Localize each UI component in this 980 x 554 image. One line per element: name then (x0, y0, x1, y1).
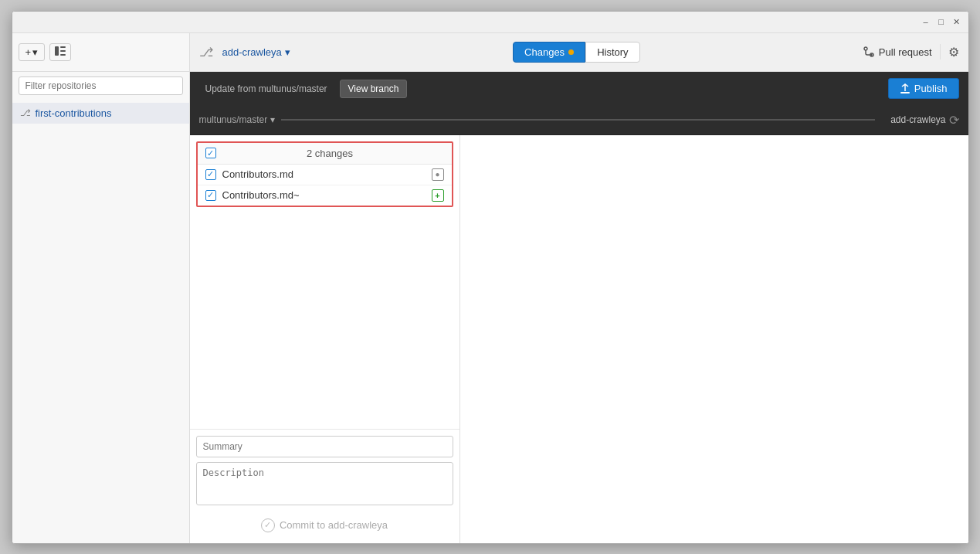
changes-header: ✓ 2 changes (198, 143, 452, 165)
filter-box (12, 72, 189, 100)
content-area: ✓ 2 changes ✓ Contributors.md ● (190, 135, 968, 543)
svg-rect-1 (60, 46, 66, 48)
sidebar: + ▾ ⎇ first-contributio (12, 33, 190, 543)
history-tab-button[interactable]: History (585, 42, 639, 63)
repo-item[interactable]: ⎇ first-contributions (12, 103, 189, 124)
branch-selector[interactable]: add-crawleya ▾ (222, 46, 290, 58)
add-dropdown-arrow: ▾ (32, 46, 38, 58)
publish-label: Publish (914, 83, 948, 94)
window-controls: – □ ✕ (921, 16, 962, 27)
file-status-added-icon: + (432, 189, 444, 202)
nav-center: Changes History (300, 42, 853, 63)
branch-line (281, 119, 875, 121)
file-row: ✓ Contributors.md~ + (198, 185, 452, 206)
view-branch-button[interactable]: View branch (340, 80, 408, 98)
file-name-1: Contributors.md (222, 168, 426, 180)
changes-list-container: ✓ 2 changes ✓ Contributors.md ● (196, 141, 453, 207)
pull-request-label: Pull request (879, 46, 932, 58)
branch-end-icon: ⟳ (949, 113, 959, 127)
file-checkmark-1: ✓ (207, 169, 214, 179)
top-nav: ⎇ add-crawleya ▾ Changes History (190, 33, 968, 72)
select-all-checkbox[interactable]: ✓ (205, 148, 216, 158)
filter-repositories-input[interactable] (19, 76, 183, 95)
changes-dot (568, 49, 574, 55)
file-checkmark-2: ✓ (207, 190, 214, 200)
changes-label: Changes (524, 46, 565, 58)
spacer (190, 213, 459, 429)
nav-right: Pull request ⚙ (863, 44, 959, 59)
sidebar-toolbar: + ▾ (12, 33, 189, 72)
repo-icon: ⎇ (20, 107, 31, 118)
branch-toolbar-right: Publish (888, 78, 959, 99)
commit-description-input[interactable] (196, 462, 453, 505)
changes-count: 2 changes (216, 148, 444, 159)
settings-button[interactable]: ⚙ (948, 45, 959, 59)
branch-graph: multunus/master ▾ add-crawleya ⟳ (190, 106, 968, 135)
svg-point-4 (864, 47, 867, 50)
file-checkbox-1[interactable]: ✓ (205, 169, 216, 180)
repo-list: ⎇ first-contributions (12, 100, 189, 127)
file-status-modified-icon: ● (432, 168, 444, 181)
app-window: – □ ✕ + ▾ (12, 11, 969, 544)
main-content: ⎇ add-crawleya ▾ Changes History (190, 33, 968, 543)
modified-dot: ● (435, 170, 439, 178)
changes-panel: ✓ 2 changes ✓ Contributors.md ● (190, 135, 460, 543)
svg-rect-2 (60, 50, 66, 52)
publish-button[interactable]: Publish (888, 78, 959, 99)
commit-button[interactable]: ✓ Commit to add-crawleya (196, 514, 453, 537)
commit-summary-input[interactable] (196, 436, 453, 457)
branch-toolbar: Update from multunus/master View branch … (190, 72, 968, 106)
svg-rect-6 (900, 92, 910, 93)
close-button[interactable]: ✕ (951, 16, 962, 27)
file-name-2: Contributors.md~ (222, 189, 426, 201)
add-repo-button[interactable]: + ▾ (19, 43, 46, 61)
commit-area: ✓ Commit to add-crawleya (190, 429, 459, 543)
nav-divider (940, 44, 941, 59)
svg-rect-3 (60, 54, 66, 56)
branch-dropdown-arrow: ▾ (285, 46, 290, 58)
branch-icon: ⎇ (199, 45, 213, 59)
master-branch-label: multunus/master ▾ (199, 114, 276, 125)
file-checkbox-2[interactable]: ✓ (205, 190, 216, 201)
repo-name: first-contributions (36, 107, 112, 119)
commit-circle-icon: ✓ (261, 518, 275, 532)
svg-rect-0 (55, 46, 59, 56)
current-branch-label: add-crawleya (890, 114, 945, 125)
title-bar: – □ ✕ (12, 12, 968, 33)
maximize-button[interactable]: □ (936, 16, 947, 27)
app-body: + ▾ ⎇ first-contributio (12, 33, 968, 543)
changes-tab-button[interactable]: Changes (513, 42, 585, 63)
plus-icon: + (25, 46, 32, 58)
minimize-button[interactable]: – (921, 16, 931, 27)
panel-toggle-button[interactable] (49, 43, 71, 61)
update-from-master-button[interactable]: Update from multunus/master (199, 80, 334, 97)
checkmark-icon: ✓ (207, 148, 214, 158)
added-plus: + (435, 191, 439, 200)
branch-name: add-crawleya (222, 46, 282, 58)
commit-button-label: Commit to add-crawleya (280, 519, 388, 531)
file-row: ✓ Contributors.md ● (198, 165, 452, 185)
diff-panel (460, 135, 968, 543)
pull-request-button[interactable]: Pull request (863, 46, 932, 58)
